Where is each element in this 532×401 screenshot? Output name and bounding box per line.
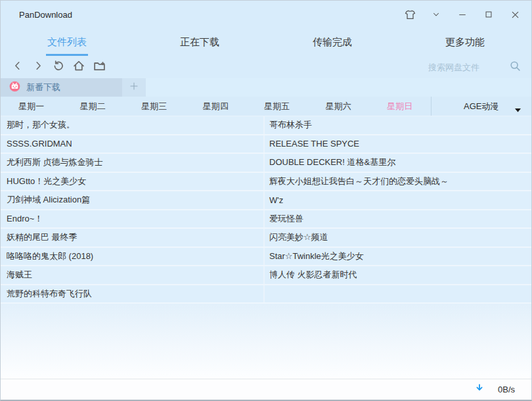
day-thursday[interactable]: 星期四 [185, 97, 247, 116]
download-arrow-icon [475, 383, 484, 396]
new-folder-button[interactable] [91, 59, 107, 75]
back-button[interactable] [10, 59, 26, 75]
list-row: 咯咯咯的鬼太郎 (2018) Star☆Twinkle光之美少女 [1, 248, 531, 267]
statusbar: 0B/s [1, 379, 531, 400]
app-window: PanDownload [0, 0, 532, 401]
add-tab-button[interactable] [122, 78, 146, 97]
tab-more-features[interactable]: 更多功能 [399, 28, 531, 56]
list-row: 那时，那个女孩。 哥布林杀手 [1, 116, 531, 135]
close-button[interactable] [502, 1, 528, 28]
tab-downloading[interactable]: 正在下载 [133, 28, 266, 56]
anime-title[interactable]: 辉夜大小姐想让我告白～天才们的恋爱头脑战～ [263, 173, 531, 191]
anime-title[interactable]: Endro~！ [1, 210, 263, 228]
chevron-left-icon [12, 60, 23, 74]
anime-list: 那时，那个女孩。 哥布林杀手 SSSS.GRIDMAN RELEASE THE … [1, 116, 531, 304]
source-selector[interactable]: AGE动漫 [431, 97, 532, 116]
list-row: Endro~！ 爱玩怪兽 [1, 210, 531, 229]
tab-transfer-complete[interactable]: 传输完成 [266, 28, 399, 56]
list-row: 刀剑神域 Alicization篇 W'z [1, 191, 531, 210]
search-input[interactable] [428, 62, 497, 72]
day-saturday[interactable]: 星期六 [308, 97, 370, 116]
day-friday[interactable]: 星期五 [246, 97, 308, 116]
weekday-header: 星期一 星期二 星期三 星期四 星期五 星期六 星期日 AGE动漫 [1, 97, 531, 116]
anime-title[interactable]: SSSS.GRIDMAN [1, 135, 263, 153]
list-row: HUGtto！光之美少女 辉夜大小姐想让我告白～天才们的恋爱头脑战～ [1, 173, 531, 192]
tab-file-list[interactable]: 文件列表 [1, 28, 133, 56]
search-box [428, 60, 521, 74]
home-icon [73, 60, 85, 74]
window-title: PanDownload [19, 10, 72, 20]
download-speed: 0B/s [498, 385, 515, 394]
list-row: 海贼王 博人传 火影忍者新时代 [1, 266, 531, 285]
subtab-new-anime[interactable]: 新番下载 [1, 78, 122, 97]
close-icon [510, 10, 520, 20]
bilibili-tv-icon [9, 81, 20, 95]
anime-title[interactable]: 尤利西斯 贞德与炼金骑士 [1, 154, 263, 172]
caret-down-icon [515, 105, 521, 114]
maximize-button[interactable] [476, 1, 502, 28]
anime-title[interactable]: 荒野的科特布奇飞行队 [1, 285, 263, 303]
shirt-icon [405, 9, 416, 20]
anime-title[interactable]: 咯咯咯的鬼太郎 (2018) [1, 248, 263, 266]
maximize-icon [484, 10, 493, 19]
anime-title[interactable]: 哥布林杀手 [263, 116, 531, 134]
anime-title[interactable]: 博人传 火影忍者新时代 [263, 266, 531, 284]
plus-icon [129, 82, 139, 93]
skin-button[interactable] [397, 1, 423, 28]
anime-title[interactable]: 海贼王 [1, 266, 263, 284]
folder-plus-icon [93, 60, 106, 75]
minimize-icon [458, 10, 467, 19]
anime-title[interactable]: 刀剑神域 Alicization篇 [1, 191, 263, 209]
anime-title[interactable]: W'z [263, 191, 531, 209]
anime-title[interactable]: 爱玩怪兽 [263, 210, 531, 228]
day-monday[interactable]: 星期一 [1, 97, 62, 116]
list-row: 荒野的科特布奇飞行队 [1, 285, 531, 304]
window-controls [397, 1, 531, 28]
anime-title[interactable]: Star☆Twinkle光之美少女 [263, 248, 531, 266]
list-row: 妖精的尾巴 最终季 闪亮美妙☆频道 [1, 229, 531, 248]
anime-title[interactable]: 那时，那个女孩。 [1, 116, 263, 134]
anime-title[interactable]: RELEASE THE SPYCE [263, 135, 531, 153]
anime-title[interactable]: DOUBLE DECKER! 道格&基里尔 [263, 154, 531, 172]
nav-icons [10, 59, 107, 75]
toolbar [1, 56, 531, 78]
list-row: SSSS.GRIDMAN RELEASE THE SPYCE [1, 135, 531, 154]
titlebar: PanDownload [1, 1, 531, 28]
search-icon[interactable] [510, 60, 521, 74]
empty-area [1, 304, 531, 379]
day-wednesday[interactable]: 星期三 [123, 97, 185, 116]
subtab-strip: 新番下载 [1, 78, 531, 97]
refresh-icon [53, 60, 64, 74]
day-sunday-active[interactable]: 星期日 [369, 97, 431, 116]
anime-title[interactable]: 妖精的尾巴 最终季 [1, 229, 263, 247]
home-button[interactable] [71, 59, 87, 75]
list-row: 尤利西斯 贞德与炼金骑士 DOUBLE DECKER! 道格&基里尔 [1, 154, 531, 173]
anime-title[interactable]: 闪亮美妙☆频道 [263, 229, 531, 247]
refresh-button[interactable] [51, 59, 66, 75]
subtab-label: 新番下载 [26, 82, 60, 93]
chevron-down-icon [432, 10, 441, 19]
chevron-right-icon [33, 60, 43, 74]
day-tuesday[interactable]: 星期二 [62, 97, 124, 116]
minimize-button[interactable] [449, 1, 476, 28]
anime-title[interactable]: HUGtto！光之美少女 [1, 173, 263, 191]
subtab-strip-spacer [146, 78, 531, 97]
anime-title[interactable] [263, 285, 531, 303]
menu-button[interactable] [423, 1, 449, 28]
forward-button[interactable] [30, 59, 46, 75]
source-selector-label: AGE动漫 [464, 101, 499, 112]
main-tabs: 文件列表 正在下载 传输完成 更多功能 [1, 28, 531, 56]
